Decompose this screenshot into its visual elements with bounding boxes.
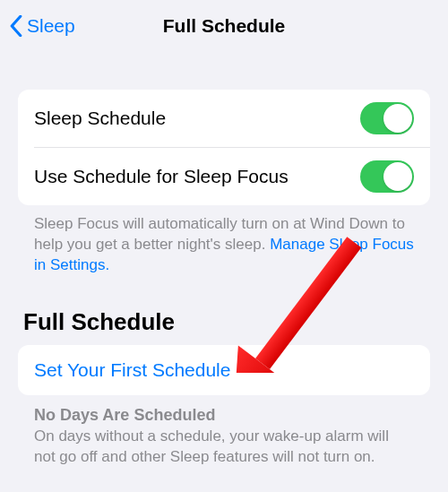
toggle-knob-icon: [383, 104, 412, 133]
use-schedule-focus-label: Use Schedule for Sleep Focus: [34, 166, 289, 187]
sleep-schedule-label: Sleep Schedule: [34, 108, 166, 129]
navigation-bar: Sleep Full Schedule: [0, 0, 448, 52]
chevron-left-icon: [9, 15, 23, 37]
no-days-footer: No Days Are Scheduled On days without a …: [18, 395, 430, 468]
use-schedule-focus-row: Use Schedule for Sleep Focus: [18, 148, 430, 205]
no-days-body: On days without a schedule, your wake-up…: [34, 427, 414, 468]
full-schedule-header: Full Schedule: [18, 276, 430, 345]
back-label: Sleep: [27, 15, 75, 37]
group1-footer: Sleep Focus will automatically turn on a…: [18, 205, 430, 276]
page-title: Full Schedule: [163, 15, 286, 37]
sleep-schedule-row: Sleep Schedule: [18, 90, 430, 147]
back-button[interactable]: Sleep: [0, 15, 75, 37]
sleep-schedule-toggle[interactable]: [360, 102, 414, 134]
use-schedule-focus-toggle[interactable]: [360, 160, 414, 193]
set-first-schedule-label: Set Your First Schedule: [34, 359, 230, 380]
no-days-title: No Days Are Scheduled: [34, 406, 414, 425]
toggle-knob-icon: [383, 162, 412, 191]
set-first-schedule-row[interactable]: Set Your First Schedule: [18, 345, 430, 395]
settings-group-1: Sleep Schedule Use Schedule for Sleep Fo…: [18, 90, 430, 205]
settings-group-2: Set Your First Schedule: [18, 345, 430, 395]
